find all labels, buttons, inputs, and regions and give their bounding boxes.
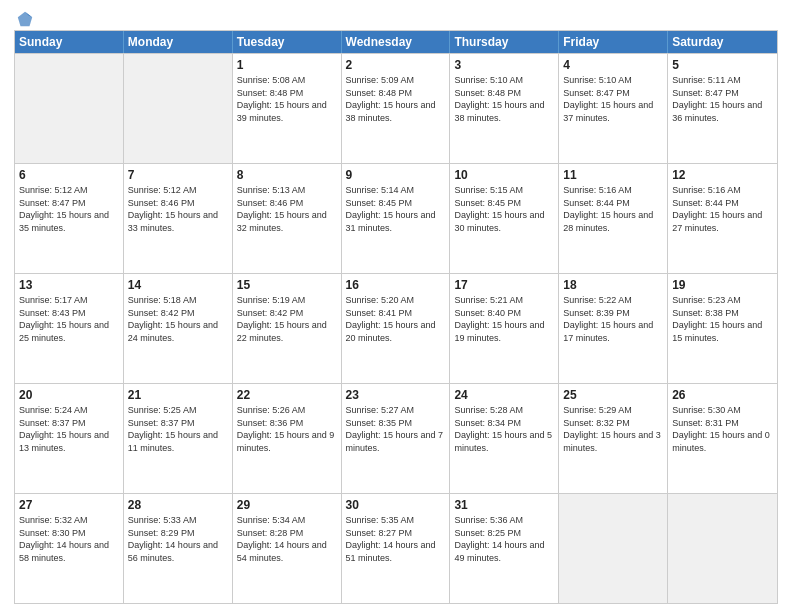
daylight: Daylight: 15 hours and 39 minutes. xyxy=(237,100,327,123)
sunrise: Sunrise: 5:28 AM xyxy=(454,405,523,415)
sunrise: Sunrise: 5:30 AM xyxy=(672,405,741,415)
sunrise: Sunrise: 5:33 AM xyxy=(128,515,197,525)
calendar-cell: 18Sunrise: 5:22 AMSunset: 8:39 PMDayligh… xyxy=(559,274,668,383)
day-number: 24 xyxy=(454,387,554,403)
day-number: 23 xyxy=(346,387,446,403)
daylight: Daylight: 15 hours and 20 minutes. xyxy=(346,320,436,343)
day-number: 5 xyxy=(672,57,773,73)
sunrise: Sunrise: 5:11 AM xyxy=(672,75,741,85)
day-number: 17 xyxy=(454,277,554,293)
day-number: 18 xyxy=(563,277,663,293)
calendar-row: 1Sunrise: 5:08 AMSunset: 8:48 PMDaylight… xyxy=(15,53,777,163)
sunset: Sunset: 8:48 PM xyxy=(237,88,304,98)
calendar-cell: 15Sunrise: 5:19 AMSunset: 8:42 PMDayligh… xyxy=(233,274,342,383)
calendar-cell: 11Sunrise: 5:16 AMSunset: 8:44 PMDayligh… xyxy=(559,164,668,273)
calendar-cell: 26Sunrise: 5:30 AMSunset: 8:31 PMDayligh… xyxy=(668,384,777,493)
header xyxy=(14,10,778,24)
sunrise: Sunrise: 5:25 AM xyxy=(128,405,197,415)
sunset: Sunset: 8:46 PM xyxy=(237,198,304,208)
calendar-cell: 14Sunrise: 5:18 AMSunset: 8:42 PMDayligh… xyxy=(124,274,233,383)
sunset: Sunset: 8:30 PM xyxy=(19,528,86,538)
daylight: Daylight: 15 hours and 30 minutes. xyxy=(454,210,544,233)
day-info: Sunrise: 5:22 AMSunset: 8:39 PMDaylight:… xyxy=(563,294,663,344)
day-number: 14 xyxy=(128,277,228,293)
daylight: Daylight: 15 hours and 3 minutes. xyxy=(563,430,661,453)
sunset: Sunset: 8:40 PM xyxy=(454,308,521,318)
day-number: 15 xyxy=(237,277,337,293)
calendar-cell: 4Sunrise: 5:10 AMSunset: 8:47 PMDaylight… xyxy=(559,54,668,163)
sunset: Sunset: 8:41 PM xyxy=(346,308,413,318)
calendar-header-day: Friday xyxy=(559,31,668,53)
calendar-cell: 10Sunrise: 5:15 AMSunset: 8:45 PMDayligh… xyxy=(450,164,559,273)
calendar-cell: 7Sunrise: 5:12 AMSunset: 8:46 PMDaylight… xyxy=(124,164,233,273)
day-info: Sunrise: 5:30 AMSunset: 8:31 PMDaylight:… xyxy=(672,404,773,454)
calendar-cell: 29Sunrise: 5:34 AMSunset: 8:28 PMDayligh… xyxy=(233,494,342,603)
day-info: Sunrise: 5:12 AMSunset: 8:46 PMDaylight:… xyxy=(128,184,228,234)
day-info: Sunrise: 5:10 AMSunset: 8:48 PMDaylight:… xyxy=(454,74,554,124)
daylight: Daylight: 15 hours and 33 minutes. xyxy=(128,210,218,233)
sunrise: Sunrise: 5:22 AM xyxy=(563,295,632,305)
daylight: Daylight: 15 hours and 27 minutes. xyxy=(672,210,762,233)
day-number: 7 xyxy=(128,167,228,183)
day-number: 6 xyxy=(19,167,119,183)
daylight: Daylight: 15 hours and 28 minutes. xyxy=(563,210,653,233)
day-number: 19 xyxy=(672,277,773,293)
daylight: Daylight: 15 hours and 15 minutes. xyxy=(672,320,762,343)
calendar-body: 1Sunrise: 5:08 AMSunset: 8:48 PMDaylight… xyxy=(15,53,777,603)
sunset: Sunset: 8:44 PM xyxy=(672,198,739,208)
day-number: 9 xyxy=(346,167,446,183)
day-info: Sunrise: 5:24 AMSunset: 8:37 PMDaylight:… xyxy=(19,404,119,454)
day-info: Sunrise: 5:25 AMSunset: 8:37 PMDaylight:… xyxy=(128,404,228,454)
day-info: Sunrise: 5:17 AMSunset: 8:43 PMDaylight:… xyxy=(19,294,119,344)
sunrise: Sunrise: 5:21 AM xyxy=(454,295,523,305)
calendar-cell: 8Sunrise: 5:13 AMSunset: 8:46 PMDaylight… xyxy=(233,164,342,273)
sunrise: Sunrise: 5:29 AM xyxy=(563,405,632,415)
sunset: Sunset: 8:47 PM xyxy=(563,88,630,98)
day-number: 8 xyxy=(237,167,337,183)
calendar-cell: 24Sunrise: 5:28 AMSunset: 8:34 PMDayligh… xyxy=(450,384,559,493)
calendar-cell: 6Sunrise: 5:12 AMSunset: 8:47 PMDaylight… xyxy=(15,164,124,273)
sunset: Sunset: 8:31 PM xyxy=(672,418,739,428)
daylight: Daylight: 14 hours and 58 minutes. xyxy=(19,540,109,563)
day-info: Sunrise: 5:12 AMSunset: 8:47 PMDaylight:… xyxy=(19,184,119,234)
sunrise: Sunrise: 5:35 AM xyxy=(346,515,415,525)
sunset: Sunset: 8:35 PM xyxy=(346,418,413,428)
daylight: Daylight: 15 hours and 37 minutes. xyxy=(563,100,653,123)
sunset: Sunset: 8:47 PM xyxy=(672,88,739,98)
day-number: 13 xyxy=(19,277,119,293)
calendar-cell: 2Sunrise: 5:09 AMSunset: 8:48 PMDaylight… xyxy=(342,54,451,163)
sunrise: Sunrise: 5:15 AM xyxy=(454,185,523,195)
calendar-cell: 5Sunrise: 5:11 AMSunset: 8:47 PMDaylight… xyxy=(668,54,777,163)
calendar-cell: 17Sunrise: 5:21 AMSunset: 8:40 PMDayligh… xyxy=(450,274,559,383)
sunrise: Sunrise: 5:10 AM xyxy=(454,75,523,85)
calendar-row: 13Sunrise: 5:17 AMSunset: 8:43 PMDayligh… xyxy=(15,273,777,383)
day-info: Sunrise: 5:35 AMSunset: 8:27 PMDaylight:… xyxy=(346,514,446,564)
day-number: 26 xyxy=(672,387,773,403)
sunset: Sunset: 8:48 PM xyxy=(346,88,413,98)
sunrise: Sunrise: 5:16 AM xyxy=(563,185,632,195)
calendar-cell xyxy=(668,494,777,603)
calendar-cell: 13Sunrise: 5:17 AMSunset: 8:43 PMDayligh… xyxy=(15,274,124,383)
daylight: Daylight: 15 hours and 35 minutes. xyxy=(19,210,109,233)
day-number: 28 xyxy=(128,497,228,513)
calendar-cell: 19Sunrise: 5:23 AMSunset: 8:38 PMDayligh… xyxy=(668,274,777,383)
day-info: Sunrise: 5:16 AMSunset: 8:44 PMDaylight:… xyxy=(563,184,663,234)
sunrise: Sunrise: 5:23 AM xyxy=(672,295,741,305)
sunrise: Sunrise: 5:34 AM xyxy=(237,515,306,525)
daylight: Daylight: 15 hours and 7 minutes. xyxy=(346,430,444,453)
day-info: Sunrise: 5:26 AMSunset: 8:36 PMDaylight:… xyxy=(237,404,337,454)
daylight: Daylight: 14 hours and 49 minutes. xyxy=(454,540,544,563)
day-number: 12 xyxy=(672,167,773,183)
daylight: Daylight: 15 hours and 32 minutes. xyxy=(237,210,327,233)
day-number: 21 xyxy=(128,387,228,403)
page: SundayMondayTuesdayWednesdayThursdayFrid… xyxy=(0,0,792,612)
calendar-header-day: Tuesday xyxy=(233,31,342,53)
day-info: Sunrise: 5:34 AMSunset: 8:28 PMDaylight:… xyxy=(237,514,337,564)
day-info: Sunrise: 5:20 AMSunset: 8:41 PMDaylight:… xyxy=(346,294,446,344)
daylight: Daylight: 15 hours and 13 minutes. xyxy=(19,430,109,453)
sunrise: Sunrise: 5:18 AM xyxy=(128,295,197,305)
day-number: 1 xyxy=(237,57,337,73)
sunset: Sunset: 8:39 PM xyxy=(563,308,630,318)
sunset: Sunset: 8:46 PM xyxy=(128,198,195,208)
calendar: SundayMondayTuesdayWednesdayThursdayFrid… xyxy=(14,30,778,604)
